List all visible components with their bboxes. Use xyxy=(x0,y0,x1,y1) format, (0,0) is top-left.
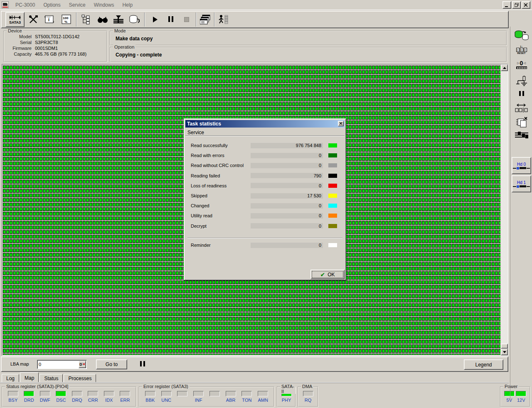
statistics-button[interactable]: 100% xyxy=(61,11,73,28)
map-pause-icon[interactable] xyxy=(139,361,146,367)
reset-label: RESET xyxy=(517,52,525,54)
tab-processes[interactable]: Processes xyxy=(64,374,96,382)
led-indicator-drq xyxy=(72,391,82,396)
sidebar-pause-button[interactable] xyxy=(510,91,532,96)
led-cell-bsy: BSY xyxy=(6,391,20,403)
zero-gauge-button[interactable]: ▷0◁ xyxy=(510,60,532,69)
scroll-thumb[interactable] xyxy=(501,344,508,349)
tab-status[interactable]: Status xyxy=(39,374,63,382)
restore-button[interactable] xyxy=(512,1,521,9)
stat-label: Loss of readiness xyxy=(184,183,251,188)
task-info-button[interactable]: i xyxy=(44,11,55,28)
svg-text:i: i xyxy=(48,17,49,22)
stop-button[interactable] xyxy=(179,11,194,28)
stat-label: Changed xyxy=(184,203,251,208)
ok-button[interactable]: ✔ OK xyxy=(310,270,345,279)
led-cell-bbk: BBK xyxy=(143,391,157,403)
stat-row-utility-read: Utility read0 xyxy=(184,211,346,221)
toolbar-separator xyxy=(76,12,77,27)
color-swatch-read-successfully xyxy=(328,143,337,147)
pause-button[interactable] xyxy=(163,11,178,28)
jumper-icon xyxy=(515,76,528,87)
menu-options[interactable]: Options xyxy=(39,1,64,9)
led-cell-crr: CRR xyxy=(86,391,100,403)
led-label-drq: DRQ xyxy=(72,398,82,403)
red-down-arrow-icon xyxy=(83,364,85,365)
led-cell-unc: UNC xyxy=(159,391,173,403)
scroll-up-button[interactable] xyxy=(501,64,508,71)
minimize-button[interactable] xyxy=(502,1,511,9)
mode-panel-title: Mode xyxy=(113,28,127,33)
stat-value: 0 xyxy=(319,203,321,208)
hd0-button[interactable]: Hd 0 xyxy=(512,157,531,174)
map-scrollbar[interactable] xyxy=(501,64,508,355)
stat-label: Read with errors xyxy=(184,153,251,158)
device-model-label: Model xyxy=(6,34,32,39)
stat-row-read-without-crc-control: Read without CRC control0 xyxy=(184,160,346,170)
dialog-titlebar[interactable]: Task statistics xyxy=(185,120,345,128)
hd1-button[interactable]: Hd 1 xyxy=(512,175,531,192)
jumper-tool-button[interactable] xyxy=(510,76,532,87)
menu-windows[interactable]: Windows xyxy=(90,1,118,9)
stat-row-read-with-errors: Read with errors0 xyxy=(184,150,346,160)
led-cell-ton: TON xyxy=(240,391,254,403)
led-indicator-abr xyxy=(226,391,236,396)
led-label-drd: DRD xyxy=(24,398,34,403)
device-serial-value: S3PR3CT8 xyxy=(35,40,105,45)
dialog-close-button[interactable] xyxy=(338,121,344,126)
stat-value-field: 0 xyxy=(251,183,323,188)
start-button[interactable] xyxy=(148,11,163,28)
person-exit-icon xyxy=(217,15,228,25)
color-swatch-reading-failed xyxy=(328,174,337,178)
sata3-label: SATA3 xyxy=(9,20,21,25)
hd0-label: Hd 0 xyxy=(517,162,526,167)
delete-copy-button[interactable] xyxy=(510,116,532,128)
dialog-title: Task statistics xyxy=(187,121,221,127)
filter-button[interactable] xyxy=(112,11,124,28)
right-sidebar: 1↓ 000 RESET ▷0◁ Hd 0 Hd 1 xyxy=(510,27,532,401)
sata3-port-button[interactable]: SATA3 xyxy=(5,12,25,27)
stat-value-field: 0 xyxy=(251,153,323,158)
tab-log[interactable]: Log xyxy=(2,374,19,382)
led-label-crr: CRR xyxy=(88,398,98,403)
close-button[interactable] xyxy=(522,1,530,9)
sliders-tool-button[interactable] xyxy=(510,131,532,139)
stat-row-loss-of-readiness: Loss of readiness0 xyxy=(184,181,346,191)
reset-digits: 000 xyxy=(516,48,527,52)
sector-transfer-button[interactable] xyxy=(510,103,532,113)
menu-help[interactable]: Help xyxy=(118,1,137,9)
goto-button[interactable]: Go to xyxy=(96,359,127,369)
task-tree-button[interactable] xyxy=(81,11,92,28)
led-cell-blank xyxy=(175,391,190,403)
reset-counter-button[interactable]: 1↓ 000 RESET xyxy=(510,45,532,54)
search-button[interactable] xyxy=(97,11,108,28)
led-cell-dsc: DSC xyxy=(54,391,68,403)
scroll-down-button[interactable] xyxy=(501,349,508,355)
app-logo-icon[interactable] xyxy=(2,1,9,8)
led-label-dsc: DSC xyxy=(56,398,66,403)
menu-pc-3000[interactable]: PC-3000 xyxy=(11,1,39,9)
color-swatch-utility-read xyxy=(328,214,337,218)
scroll-info-icon: i xyxy=(44,15,55,25)
menu-service[interactable]: Service xyxy=(65,1,90,9)
data-copy-button[interactable] xyxy=(128,11,141,28)
legend-button[interactable]: Legend xyxy=(464,359,503,370)
windows-cascade-button[interactable] xyxy=(198,11,212,28)
copy-disk-tool-button[interactable] xyxy=(510,30,532,42)
led-indicator-idx xyxy=(104,391,114,396)
stop-icon xyxy=(184,17,189,22)
stat-value-field: 0 xyxy=(251,163,323,168)
exit-task-button[interactable] xyxy=(216,11,230,28)
tab-map[interactable]: Map xyxy=(20,372,39,382)
led-cell-drd: DRD xyxy=(22,391,36,403)
color-swatch-skipped xyxy=(328,194,337,198)
led-indicator-inf xyxy=(193,391,204,396)
window-controls xyxy=(502,1,530,9)
led-indicator-blank xyxy=(209,391,220,396)
operation-panel: Operation Copying - complete xyxy=(110,47,507,62)
tabs-underline xyxy=(0,382,509,383)
tools-button[interactable] xyxy=(29,11,39,28)
lba-input[interactable] xyxy=(39,361,78,368)
lba-dropdown-button[interactable]: D xyxy=(79,361,86,368)
reminder-row: Reminder0 xyxy=(184,240,346,250)
